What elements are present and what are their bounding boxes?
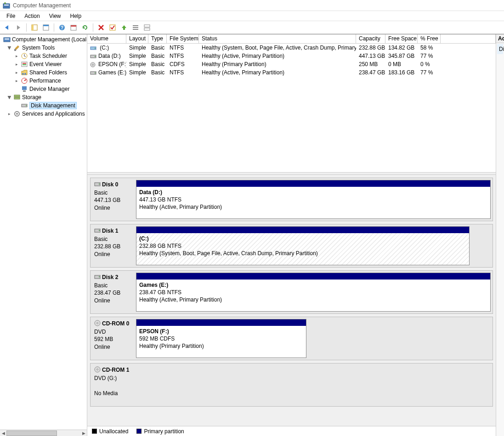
tree-event-viewer[interactable]: ▸ Event Viewer	[0, 60, 87, 68]
col-free-space[interactable]: Free Space	[385, 34, 418, 43]
col-volume[interactable]: Volume	[87, 34, 126, 43]
cell-layout: Simple	[126, 45, 148, 51]
partition[interactable]: Games (E:)238.47 GB NTFSHealthy (Active,…	[136, 273, 491, 312]
disk-partitions: Data (D:)447.13 GB NTFSHealthy (Active, …	[134, 178, 493, 221]
disk-row[interactable]: Disk 1Basic232.88 GBOnline (C:)232.88 GB…	[90, 224, 493, 268]
calendar-icon[interactable]	[68, 22, 79, 33]
col-layout[interactable]: Layout	[126, 34, 148, 43]
col-type[interactable]: Type	[148, 34, 167, 43]
svg-rect-28	[23, 90, 26, 92]
svg-rect-15	[144, 25, 150, 27]
svg-point-32	[26, 105, 27, 106]
expand-icon[interactable]: ▸	[14, 78, 19, 83]
menu-action[interactable]: Action	[20, 12, 44, 20]
horizontal-scrollbar[interactable]: ◀ ▶	[0, 430, 87, 436]
expand-icon[interactable]: ▸	[14, 70, 19, 75]
svg-rect-10	[71, 25, 76, 27]
cell-fs: NTFS	[167, 53, 199, 59]
disk-graphical-view[interactable]: Disk 0Basic447.13 GBOnlineData (D:)447.1…	[87, 175, 496, 426]
show-hide-tree-icon[interactable]	[29, 22, 40, 33]
tree-root[interactable]: Computer Management (Local	[0, 35, 87, 44]
delete-icon[interactable]	[96, 22, 106, 33]
legend-swatch-black	[92, 429, 97, 434]
col-file-system[interactable]: File System	[167, 34, 199, 43]
expand-icon[interactable]: ▸	[14, 62, 19, 67]
app-icon	[3, 2, 10, 9]
col-capacity[interactable]: Capacity	[356, 34, 385, 43]
volume-row[interactable]: (C:)SimpleBasicNTFSHealthy (System, Boot…	[87, 44, 496, 52]
performance-icon	[21, 77, 28, 84]
storage-icon	[13, 94, 21, 101]
legend-swatch-navy	[136, 429, 142, 434]
expand-icon[interactable]: ▸	[14, 54, 19, 58]
disk-row[interactable]: Disk 0Basic447.13 GBOnlineData (D:)447.1…	[90, 178, 493, 221]
menu-help[interactable]: Help	[66, 12, 86, 20]
cell-layout: Simple	[126, 53, 148, 59]
volume-list[interactable]: (C:)SimpleBasicNTFSHealthy (System, Boot…	[87, 44, 496, 172]
menu-file[interactable]: File	[2, 12, 20, 20]
disk-info: CD-ROM 0DVD592 MBOnline	[91, 317, 134, 360]
forward-icon[interactable]	[13, 22, 23, 33]
cell-layout: Simple	[126, 69, 148, 76]
cell-status: Healthy (Primary Partition)	[199, 61, 356, 67]
cell-status: Healthy (System, Boot, Page File, Active…	[199, 45, 356, 51]
cell-pct: 77 %	[418, 53, 441, 59]
disk-row[interactable]: CD-ROM 1DVD (G:)No Media	[90, 363, 493, 407]
tree-services[interactable]: ▸ Services and Applications	[0, 110, 87, 118]
expand-icon[interactable]: ▸	[6, 112, 12, 116]
svg-point-36	[95, 48, 96, 49]
svg-rect-29	[14, 95, 20, 97]
disk-partitions: (C:)232.88 GB NTFSHealthy (System, Boot,…	[134, 224, 493, 267]
svg-point-34	[16, 113, 18, 115]
svg-point-44	[99, 184, 100, 184]
partition[interactable]: Data (D:)447.13 GB NTFSHealthy (Active, …	[136, 180, 491, 219]
actions-item[interactable]: Disk Management	[497, 44, 503, 54]
svg-point-38	[95, 56, 96, 57]
cell-pct: 0 %	[418, 61, 441, 67]
back-icon[interactable]	[2, 22, 12, 33]
cell-capacity: 447.13 GB	[356, 53, 385, 59]
svg-point-50	[97, 323, 98, 324]
disk-row[interactable]: CD-ROM 0DVD592 MBOnlineEPSON (F:)592 MB …	[90, 317, 493, 360]
nav-tree[interactable]: Computer Management (Local ⯆ System Tool…	[0, 34, 87, 430]
properties-icon[interactable]	[41, 22, 51, 33]
col-status[interactable]: Status	[199, 34, 356, 43]
menu-view[interactable]: View	[45, 12, 66, 20]
disk-row[interactable]: Disk 2Basic238.47 GBOnlineGames (E:)238.…	[90, 270, 493, 314]
volume-row[interactable]: EPSON (F:)SimpleBasicCDFSHealthy (Primar…	[87, 60, 496, 68]
col-pct-free[interactable]: % Free	[418, 34, 441, 43]
volume-row[interactable]: Data (D:)SimpleBasicNTFSHealthy (Active,…	[87, 52, 496, 60]
tree-label: Performance	[29, 78, 61, 84]
refresh-icon[interactable]	[80, 22, 90, 33]
svg-point-48	[99, 276, 100, 277]
tree-label: Event Viewer	[29, 61, 62, 67]
tree-shared-folders[interactable]: ▸ Shared Folders	[0, 68, 87, 77]
partition[interactable]: (C:)232.88 GB NTFSHealthy (System, Boot,…	[136, 226, 470, 265]
check-icon[interactable]	[108, 22, 118, 33]
tools-icon	[13, 44, 21, 51]
cell-fs: CDFS	[167, 61, 199, 67]
tree-device-manager[interactable]: Device Manager	[0, 85, 87, 93]
tree-system-tools[interactable]: ⯆ System Tools	[0, 44, 87, 52]
svg-point-42	[95, 73, 96, 73]
list-view-icon[interactable]	[130, 22, 141, 33]
tree-disk-management[interactable]: Disk Management	[0, 101, 87, 110]
tree-storage[interactable]: ⯆ Storage	[0, 93, 87, 101]
partition-body: Games (E:)238.47 GB NTFSHealthy (Active,…	[136, 279, 490, 311]
volume-row[interactable]: Games (E:)SimpleBasicNTFSHealthy (Active…	[87, 68, 496, 77]
expand-icon[interactable]: ⯆	[6, 45, 12, 50]
expand-icon[interactable]: ⯆	[6, 95, 12, 100]
disk-icon	[21, 102, 28, 109]
detail-view-icon[interactable]	[142, 22, 152, 33]
tree-task-scheduler[interactable]: ▸ Task Scheduler	[0, 52, 87, 60]
tree-performance[interactable]: ▸ Performance	[0, 77, 87, 85]
partition-color-bar	[136, 227, 469, 233]
disk-icon	[94, 227, 101, 235]
help-icon[interactable]: ?	[57, 22, 67, 33]
svg-point-52	[97, 369, 98, 370]
partition[interactable]: EPSON (F:)592 MB CDFSHealthy (Primary Pa…	[136, 319, 306, 358]
up-icon[interactable]	[119, 22, 129, 33]
disk-info: Disk 0Basic447.13 GBOnline	[91, 178, 134, 221]
cell-volume: EPSON (F:)	[87, 61, 126, 67]
legend-label: Primary partition	[144, 428, 184, 435]
